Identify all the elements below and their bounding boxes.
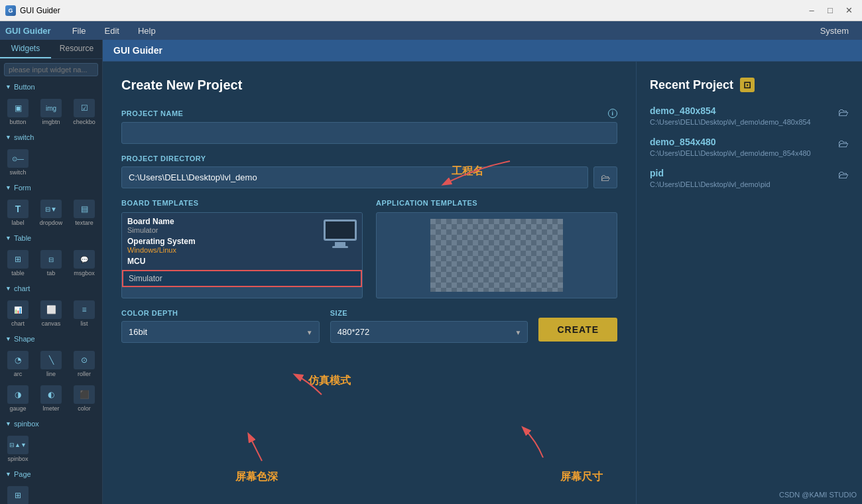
widget-canvas[interactable]: ⬜ canvas	[36, 298, 66, 330]
group-header-chart[interactable]: chart	[0, 282, 102, 295]
recent-item-open-0[interactable]: 🗁	[838, 107, 849, 119]
app-template-preview	[376, 212, 617, 298]
chart-icon: 📊	[7, 300, 29, 319]
widget-arc[interactable]: ◔ arc	[3, 348, 33, 380]
widget-tileview[interactable]: ⊞ tileview	[3, 483, 33, 504]
dropdown-label: dropdow	[40, 220, 63, 226]
list-label: list	[81, 320, 88, 327]
group-header-spinbox[interactable]: spinbox	[0, 417, 102, 430]
menu-file[interactable]: File	[64, 25, 94, 37]
widget-spinbox[interactable]: ⊟▲▼ spinbox	[3, 433, 33, 465]
recent-item-path-1: C:\Users\DELL\Desktop\lvl_demo\demo_854x…	[650, 149, 811, 157]
spinbox-icon: ⊟▲▼	[7, 436, 29, 454]
arrow-color-depth	[235, 428, 302, 468]
project-dir-label: PROJECT DIRECTORY	[121, 155, 617, 162]
gauge-label: gauge	[9, 405, 26, 412]
dropdown-icon: ⊟▼	[40, 200, 62, 218]
widget-gauge[interactable]: ◑ gauge	[3, 383, 33, 414]
gauge-icon: ◑	[7, 385, 29, 404]
color-depth-select-wrapper: 16bit 32bit 8bit	[121, 321, 320, 343]
msgbox-label: msgbox	[74, 270, 95, 277]
textarea-label: textare	[75, 220, 93, 226]
widget-tab[interactable]: ⊟ tab	[36, 247, 66, 279]
widget-table[interactable]: ⊞ table	[3, 247, 33, 279]
search-input[interactable]	[4, 63, 98, 76]
widget-button[interactable]: ▣ button	[3, 96, 33, 128]
project-dir-input[interactable]	[121, 166, 588, 188]
widget-line[interactable]: ╲ line	[36, 348, 66, 380]
bottom-credit: CSDN @KAMI STUDIO	[779, 491, 857, 499]
tab-resource[interactable]: Resource	[51, 40, 102, 58]
checkbox-icon: ☑	[74, 99, 95, 117]
group-header-table[interactable]: Table	[0, 231, 102, 245]
content-body: Create New Project PROJECT NAME i PROJEC…	[103, 62, 862, 504]
main-layout: Widgets Resource Button ▣ button img img…	[0, 40, 862, 504]
widget-textarea[interactable]: ▤ textare	[69, 197, 99, 229]
minimize-button[interactable]: –	[804, 4, 820, 17]
board-os-text: Operating System	[127, 237, 318, 246]
board-name-text: Board Name	[127, 217, 318, 226]
msgbox-icon: 💬	[74, 250, 95, 269]
create-button[interactable]: CREATE	[538, 318, 617, 342]
close-button[interactable]: ✕	[841, 4, 857, 17]
widget-imgbtn[interactable]: img imgbtn	[36, 96, 66, 128]
line-icon: ╲	[40, 351, 62, 369]
widget-chart[interactable]: 📊 chart	[3, 298, 33, 330]
group-header-shape[interactable]: Shape	[0, 332, 102, 346]
arc-icon: ◔	[7, 351, 29, 369]
dir-browse-button[interactable]: 🗁	[593, 166, 617, 188]
recent-item-path-0: C:\Users\DELL\Desktop\lvl_demo\demo_480x…	[650, 118, 811, 126]
imgbtn-label: imgbtn	[42, 119, 60, 125]
recent-item-0[interactable]: demo_480x854 C:\Users\DELL\Desktop\lvl_d…	[650, 105, 849, 126]
recent-item-open-1[interactable]: 🗁	[838, 138, 849, 150]
board-simulator-text: Simulator	[127, 226, 318, 234]
info-icon[interactable]: i	[608, 109, 617, 118]
color-depth-select[interactable]: 16bit 32bit 8bit	[121, 321, 320, 343]
recent-item-name-2: pid	[650, 168, 770, 178]
widget-color[interactable]: ⬛ color	[69, 383, 99, 414]
arc-label: arc	[14, 371, 23, 377]
maximize-button[interactable]: □	[822, 4, 838, 17]
widget-grid-chart: 📊 chart ⬜ canvas ≡ list	[0, 295, 102, 332]
main-content: GUI Guider Create New Project PROJECT NA…	[103, 40, 862, 504]
widget-roller[interactable]: ⊙ roller	[69, 348, 99, 380]
recent-item-open-2[interactable]: 🗁	[838, 169, 849, 181]
widget-label[interactable]: T label	[3, 197, 33, 229]
widget-lmeter[interactable]: ◐ lmeter	[36, 383, 66, 414]
create-panel-title: Create New Project	[121, 78, 617, 93]
tileview-icon: ⊞	[7, 486, 29, 504]
widget-list[interactable]: ≡ list	[69, 298, 99, 330]
tab-icon: ⊟	[40, 250, 62, 269]
recent-item-1[interactable]: demo_854x480 C:\Users\DELL\Desktop\lvl_d…	[650, 137, 849, 157]
line-label: line	[46, 371, 56, 377]
button-icon: ▣	[7, 99, 29, 117]
widget-msgbox[interactable]: 💬 msgbox	[69, 247, 99, 279]
group-header-page[interactable]: Page	[0, 468, 102, 481]
system-button[interactable]: System	[812, 25, 857, 37]
group-header-switch[interactable]: switch	[0, 131, 102, 144]
label-label: label	[11, 220, 24, 226]
board-template-simulator[interactable]: Simulator	[122, 270, 362, 287]
group-header-form[interactable]: Form	[0, 181, 102, 194]
imgbtn-icon: img	[40, 99, 62, 117]
menu-edit[interactable]: Edit	[97, 25, 127, 37]
recent-item-2[interactable]: pid C:\Users\DELL\Desktop\lvl_demo\pid 🗁	[650, 168, 849, 188]
board-windows-text: Windows/Linux	[127, 246, 318, 254]
widget-switch[interactable]: ⊙— switch	[3, 147, 33, 178]
list-icon: ≡	[74, 300, 95, 319]
app-icon: G	[5, 5, 16, 16]
create-panel: Create New Project PROJECT NAME i PROJEC…	[103, 62, 636, 504]
tab-widgets[interactable]: Widgets	[0, 40, 51, 58]
widget-checkbox[interactable]: ☑ checkbo	[69, 96, 99, 128]
project-name-input[interactable]	[121, 122, 617, 144]
annotation-color-depth: 屏幕色深	[235, 470, 278, 484]
widget-dropdown[interactable]: ⊟▼ dropdow	[36, 197, 66, 229]
recent-open-icon[interactable]: ⊡	[740, 78, 755, 92]
menu-help[interactable]: Help	[130, 25, 164, 37]
checkbox-label: checkbo	[73, 119, 95, 125]
group-header-button[interactable]: Button	[0, 80, 102, 94]
color-label: color	[78, 405, 91, 412]
app-templates-title: APPLICATION TEMPLATES	[376, 199, 617, 207]
spinbox-label: spinbox	[7, 456, 28, 462]
size-select[interactable]: 480*272 800*480 1024*600	[330, 321, 528, 343]
